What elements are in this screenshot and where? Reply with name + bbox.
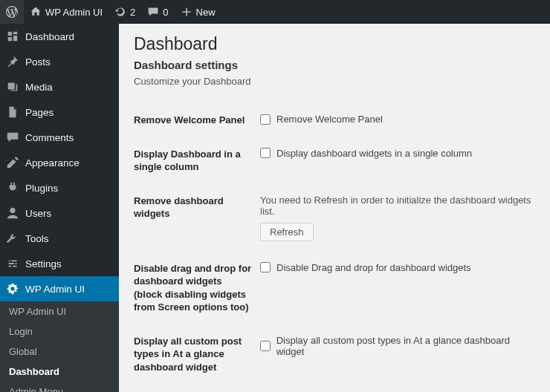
comments-count: 0: [163, 7, 168, 18]
menu-label: WP Admin UI: [25, 284, 85, 295]
sub-wp-admin-ui[interactable]: WP Admin UI: [0, 301, 119, 321]
th-users-glance: Display number of users in At a glance d…: [134, 384, 260, 392]
page-icon: [6, 105, 19, 119]
page-subtitle: Dashboard settings: [134, 59, 535, 71]
menu-plugins[interactable]: Plugins: [0, 175, 119, 200]
site-name: WP Admin UI: [45, 7, 103, 18]
menu-label: Appearance: [25, 157, 80, 169]
updates-count: 2: [130, 7, 135, 18]
home-icon: [30, 6, 42, 18]
menu-label: Tools: [25, 233, 49, 244]
new-label: New: [196, 7, 216, 18]
menu-label: Plugins: [25, 183, 58, 194]
media-icon: [6, 80, 19, 94]
menu-label: Dashboard: [25, 31, 74, 42]
new-link[interactable]: New: [175, 0, 221, 24]
menu-users[interactable]: Users: [0, 200, 119, 226]
page-title: Dashboard: [134, 34, 535, 54]
sub-global[interactable]: Global: [0, 342, 119, 362]
menu-label: Settings: [25, 258, 62, 270]
menu-label: Media: [25, 82, 53, 93]
tools-icon: [6, 232, 19, 245]
cb-remove-welcome[interactable]: [260, 114, 271, 125]
cb-single-col[interactable]: [260, 148, 271, 158]
settings-icon: [6, 257, 19, 270]
menu-label: Comments: [25, 132, 74, 143]
settings-table: Remove Welcome Panel Remove Welcome Pane…: [134, 103, 535, 392]
dashboard-icon: [6, 30, 19, 43]
comment-icon: [147, 6, 159, 18]
plugin-icon: [6, 181, 19, 195]
menu-wp-admin-ui[interactable]: WP Admin UI: [0, 276, 119, 301]
cb-disable-drag[interactable]: [260, 262, 271, 272]
wp-logo[interactable]: [0, 0, 24, 24]
sub-admin-menu[interactable]: Admin Menu: [0, 382, 119, 392]
cb-cpt-glance-text: Display all custom post types in At a gl…: [276, 335, 535, 357]
site-name-link[interactable]: WP Admin UI: [24, 0, 109, 24]
appearance-icon: [6, 156, 19, 169]
th-remove-welcome: Remove Welcome Panel: [134, 103, 260, 137]
refresh-button[interactable]: Refresh: [260, 223, 314, 241]
menu-comments[interactable]: Comments: [0, 125, 119, 150]
menu-label: Users: [25, 208, 51, 219]
th-cpt-glance: Display all custom post types in At a gl…: [134, 324, 260, 385]
submenu-wp-admin-ui: WP Admin UI Login Global Dashboard Admin…: [0, 301, 119, 392]
plus-icon: [181, 6, 192, 18]
menu-pages[interactable]: Pages: [0, 99, 119, 125]
menu-appearance[interactable]: Appearance: [0, 150, 119, 175]
refresh-note: You need to Refresh in order to initiali…: [260, 195, 535, 217]
update-icon: [114, 6, 126, 18]
admin-sidebar: Dashboard Posts Media Pages Comments App…: [0, 24, 119, 392]
main-content: Dashboard Dashboard settings Customize y…: [119, 24, 550, 392]
users-icon: [6, 206, 19, 220]
gear-icon: [6, 282, 19, 295]
wordpress-icon: [6, 6, 18, 18]
menu-tools[interactable]: Tools: [0, 226, 119, 251]
menu-media[interactable]: Media: [0, 74, 119, 99]
updates-link[interactable]: 2: [109, 0, 141, 24]
admin-bar: WP Admin UI 2 0 New: [0, 0, 550, 24]
cb-cpt-glance[interactable]: [260, 341, 271, 351]
cb-single-col-label[interactable]: Display dashboard widgets in a single co…: [260, 148, 472, 159]
menu-settings[interactable]: Settings: [0, 251, 119, 276]
sub-login[interactable]: Login: [0, 321, 119, 342]
menu-dashboard[interactable]: Dashboard: [0, 24, 119, 49]
th-remove-widgets: Remove dashboard widgets: [134, 184, 260, 252]
cb-remove-welcome-text: Remove Welcome Panel: [276, 114, 383, 125]
cb-disable-drag-label[interactable]: Disable Drag and drop for dashboard widg…: [260, 262, 471, 273]
sub-dashboard[interactable]: Dashboard: [0, 362, 119, 382]
cb-single-col-text: Display dashboard widgets in a single co…: [276, 148, 472, 159]
menu-label: Posts: [25, 56, 51, 68]
menu-label: Pages: [25, 107, 54, 118]
pin-icon: [6, 55, 19, 68]
cb-cpt-glance-label[interactable]: Display all custom post types in At a gl…: [260, 335, 535, 357]
cb-remove-welcome-label[interactable]: Remove Welcome Panel: [260, 114, 383, 125]
comments-link[interactable]: 0: [141, 0, 174, 24]
page-description: Customize your Dashboard: [134, 76, 535, 87]
cb-disable-drag-text: Disable Drag and drop for dashboard widg…: [276, 262, 471, 273]
th-disable-drag: Disable drag and drop for dashboard widg…: [134, 252, 260, 324]
th-single-col: Display Dashboard in a single column: [134, 137, 260, 184]
comments-icon: [6, 131, 19, 144]
menu-posts[interactable]: Posts: [0, 49, 119, 74]
